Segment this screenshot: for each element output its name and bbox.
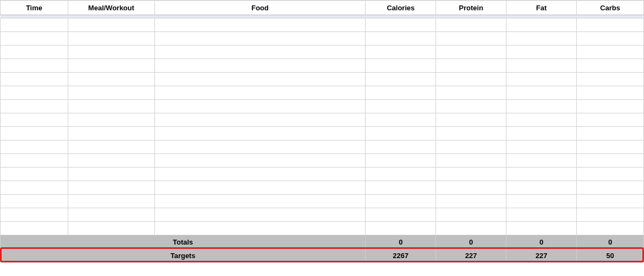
cell[interactable] <box>68 127 154 140</box>
cell[interactable] <box>436 168 506 181</box>
cell[interactable] <box>577 127 644 140</box>
cell[interactable] <box>366 46 436 59</box>
cell[interactable] <box>154 113 366 127</box>
cell[interactable] <box>154 73 366 86</box>
cell[interactable] <box>154 59 366 73</box>
cell[interactable] <box>577 32 644 46</box>
cell[interactable] <box>577 113 644 127</box>
cell[interactable] <box>68 59 154 73</box>
cell[interactable] <box>1 222 68 235</box>
cell[interactable] <box>366 18 436 32</box>
cell[interactable] <box>577 18 644 32</box>
cell[interactable] <box>436 32 506 46</box>
cell[interactable] <box>577 100 644 113</box>
cell[interactable] <box>154 154 366 168</box>
cell[interactable] <box>436 181 506 195</box>
cell[interactable] <box>506 86 577 100</box>
cell[interactable] <box>68 195 154 208</box>
targets-calories[interactable]: 2267 <box>366 249 436 262</box>
cell[interactable] <box>506 168 577 181</box>
cell[interactable] <box>577 208 644 222</box>
cell[interactable] <box>154 86 366 100</box>
cell[interactable] <box>366 154 436 168</box>
cell[interactable] <box>436 73 506 86</box>
cell[interactable] <box>506 222 577 235</box>
cell[interactable] <box>154 32 366 46</box>
cell[interactable] <box>1 181 68 195</box>
cell[interactable] <box>436 46 506 59</box>
cell[interactable] <box>577 73 644 86</box>
cell[interactable] <box>436 208 506 222</box>
cell[interactable] <box>577 195 644 208</box>
cell[interactable] <box>68 208 154 222</box>
cell[interactable] <box>68 140 154 154</box>
cell[interactable] <box>154 100 366 113</box>
totals-calories[interactable]: 0 <box>366 235 436 249</box>
cell[interactable] <box>1 59 68 73</box>
cell[interactable] <box>366 168 436 181</box>
header-meal[interactable]: Meal/Workout <box>68 1 154 15</box>
cell[interactable] <box>1 140 68 154</box>
cell[interactable] <box>1 154 68 168</box>
header-calories[interactable]: Calories <box>366 1 436 15</box>
cell[interactable] <box>436 59 506 73</box>
cell[interactable] <box>366 73 436 86</box>
targets-protein[interactable]: 227 <box>436 249 506 262</box>
cell[interactable] <box>366 127 436 140</box>
cell[interactable] <box>436 100 506 113</box>
cell[interactable] <box>154 140 366 154</box>
targets-label[interactable]: Targets <box>1 249 366 262</box>
cell[interactable] <box>1 18 68 32</box>
cell[interactable] <box>68 100 154 113</box>
cell[interactable] <box>366 140 436 154</box>
cell[interactable] <box>1 127 68 140</box>
cell[interactable] <box>577 86 644 100</box>
cell[interactable] <box>366 113 436 127</box>
cell[interactable] <box>366 181 436 195</box>
cell[interactable] <box>577 181 644 195</box>
cell[interactable] <box>506 18 577 32</box>
cell[interactable] <box>154 195 366 208</box>
cell[interactable] <box>68 113 154 127</box>
cell[interactable] <box>1 195 68 208</box>
cell[interactable] <box>1 73 68 86</box>
cell[interactable] <box>436 154 506 168</box>
cell[interactable] <box>366 208 436 222</box>
cell[interactable] <box>68 46 154 59</box>
cell[interactable] <box>577 59 644 73</box>
cell[interactable] <box>68 154 154 168</box>
header-time[interactable]: Time <box>1 1 68 15</box>
cell[interactable] <box>436 18 506 32</box>
cell[interactable] <box>366 195 436 208</box>
cell[interactable] <box>506 100 577 113</box>
cell[interactable] <box>1 168 68 181</box>
totals-fat[interactable]: 0 <box>506 235 577 249</box>
cell[interactable] <box>1 208 68 222</box>
cell[interactable] <box>154 168 366 181</box>
targets-carbs[interactable]: 50 <box>577 249 644 262</box>
cell[interactable] <box>577 154 644 168</box>
cell[interactable] <box>506 140 577 154</box>
cell[interactable] <box>68 222 154 235</box>
cell[interactable] <box>577 222 644 235</box>
cell[interactable] <box>1 32 68 46</box>
cell[interactable] <box>506 195 577 208</box>
cell[interactable] <box>506 208 577 222</box>
cell[interactable] <box>154 127 366 140</box>
totals-label[interactable]: Totals <box>1 235 366 249</box>
cell[interactable] <box>1 113 68 127</box>
cell[interactable] <box>1 46 68 59</box>
cell[interactable] <box>506 113 577 127</box>
cell[interactable] <box>68 181 154 195</box>
cell[interactable] <box>506 46 577 59</box>
cell[interactable] <box>577 168 644 181</box>
cell[interactable] <box>68 32 154 46</box>
header-carbs[interactable]: Carbs <box>577 1 644 15</box>
targets-fat[interactable]: 227 <box>506 249 577 262</box>
cell[interactable] <box>436 86 506 100</box>
cell[interactable] <box>436 222 506 235</box>
cell[interactable] <box>506 181 577 195</box>
cell[interactable] <box>154 18 366 32</box>
cell[interactable] <box>506 73 577 86</box>
cell[interactable] <box>506 32 577 46</box>
